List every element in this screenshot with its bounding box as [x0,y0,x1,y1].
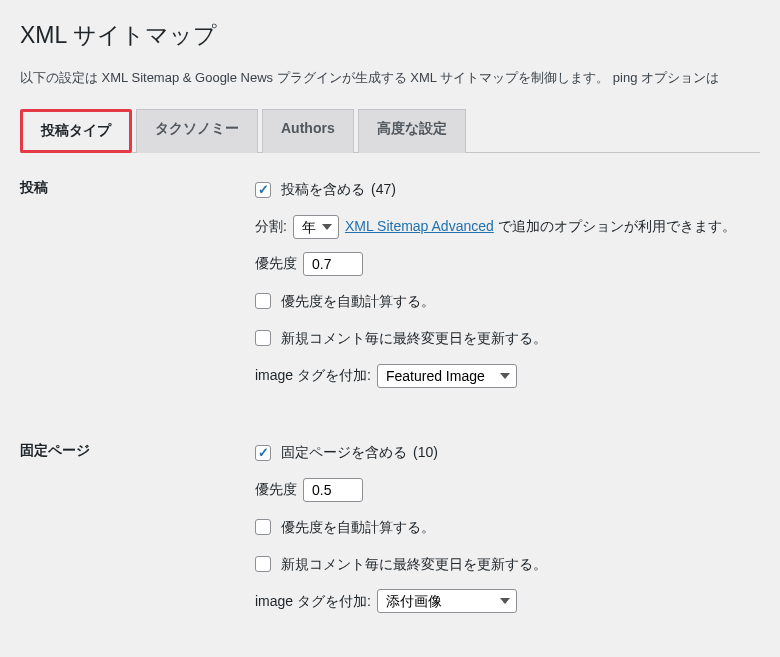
pages-include-checkbox[interactable] [255,445,271,461]
section-posts-heading: 投稿 [20,177,255,400]
pages-priority-input[interactable] [303,478,363,502]
pages-priority-label: 優先度 [255,477,297,502]
posts-update-on-comment-checkbox[interactable] [255,330,271,346]
pages-image-tag-select[interactable]: 添付画像 [377,589,517,613]
pages-include-label: 固定ページを含める [281,440,407,465]
tab-taxonomies[interactable]: タクソノミー [136,109,258,153]
posts-include-label: 投稿を含める [281,177,365,202]
pages-include-count: (10) [413,440,438,465]
posts-split-select[interactable]: 年 [293,215,339,239]
pages-update-on-comment-label: 新規コメント毎に最終変更日を更新する。 [281,552,547,577]
posts-include-checkbox[interactable] [255,182,271,198]
tab-authors[interactable]: Authors [262,109,354,153]
posts-image-tag-select[interactable]: Featured Image [377,364,517,388]
posts-priority-input[interactable] [303,252,363,276]
section-pages-heading: 固定ページ [20,440,255,626]
pages-auto-priority-label: 優先度を自動計算する。 [281,515,435,540]
advanced-link[interactable]: XML Sitemap Advanced [345,218,494,234]
posts-split-label: 分割: [255,214,287,239]
tab-post-types[interactable]: 投稿タイプ [20,109,132,153]
posts-auto-priority-checkbox[interactable] [255,293,271,309]
advanced-after-text: で追加のオプションが利用できます。 [494,218,736,234]
posts-image-tag-label: image タグを付加: [255,363,371,388]
pages-image-tag-label: image タグを付加: [255,589,371,614]
section-pages: 固定ページ 固定ページを含める (10) 優先度 優先度を自動計算する。 新規コ… [20,440,760,626]
pages-update-on-comment-checkbox[interactable] [255,556,271,572]
tab-advanced[interactable]: 高度な設定 [358,109,466,153]
posts-update-on-comment-label: 新規コメント毎に最終変更日を更新する。 [281,326,547,351]
posts-auto-priority-label: 優先度を自動計算する。 [281,289,435,314]
posts-include-count: (47) [371,177,396,202]
pages-auto-priority-checkbox[interactable] [255,519,271,535]
posts-priority-label: 優先度 [255,251,297,276]
page-description: 以下の設定は XML Sitemap & Google News プラグインが生… [20,69,760,87]
tabs-nav: 投稿タイプ タクソノミー Authors 高度な設定 [20,109,760,153]
page-title: XML サイトマップ [20,20,760,51]
section-posts: 投稿 投稿を含める (47) 分割: 年 XML Sitemap Advance… [20,177,760,400]
